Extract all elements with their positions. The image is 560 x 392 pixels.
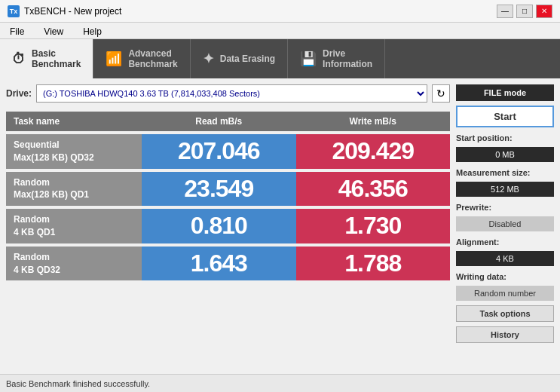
writing-data-label: Writing data: [456, 272, 554, 281]
writing-data-value: Random number [456, 286, 554, 301]
task-cell-1: RandomMax(128 KB) QD1 [6, 172, 142, 207]
measurement-size-value: 512 MB [456, 182, 554, 197]
col-task-name: Task name [6, 112, 142, 131]
write-value-2: 1.730 [344, 212, 401, 239]
drive-label: Drive: [6, 88, 32, 99]
data-erasing-icon: ✦ [203, 51, 214, 67]
left-panel: Drive: (G:) TOSHIBA HDWQ140 3.63 TB (7,8… [6, 84, 450, 368]
menu-bar: File View Help [0, 23, 560, 39]
write-cell-0: 209.429 [296, 134, 451, 169]
write-value-3: 1.788 [344, 250, 401, 277]
task-cell-3: Random4 KB QD32 [6, 247, 142, 281]
tab-advanced-benchmark[interactable]: 📶 AdvancedBenchmark [93, 39, 190, 78]
read-value-2: 0.810 [191, 212, 247, 239]
drive-select[interactable]: (G:) TOSHIBA HDWQ140 3.63 TB (7,814,033,… [36, 84, 427, 103]
col-read: Read mB/s [142, 112, 296, 131]
start-position-label: Start position: [456, 133, 554, 142]
advanced-benchmark-icon: 📶 [106, 51, 122, 67]
main-content: Drive: (G:) TOSHIBA HDWQ140 3.63 TB (7,8… [0, 78, 560, 374]
menu-help[interactable]: Help [76, 24, 109, 37]
basic-benchmark-label: BasicBenchmark [32, 48, 81, 70]
status-message: Basic Benchmark finished successfully. [6, 379, 150, 388]
tab-basic-benchmark[interactable]: ⏱ BasicBenchmark [0, 39, 93, 78]
col-write: Write mB/s [296, 112, 451, 131]
minimize-button[interactable]: — [497, 5, 513, 18]
start-button[interactable]: Start [456, 106, 554, 127]
write-cell-2: 1.730 [296, 209, 451, 243]
read-cell-2: 0.810 [142, 209, 296, 243]
data-erasing-label: Data Erasing [220, 54, 275, 64]
read-cell-3: 1.643 [142, 247, 296, 281]
window-controls: — □ ✕ [497, 5, 552, 18]
read-cell-0: 207.046 [142, 134, 296, 169]
write-value-1: 46.356 [338, 175, 408, 202]
drive-row: Drive: (G:) TOSHIBA HDWQ140 3.63 TB (7,8… [6, 84, 450, 103]
menu-file[interactable]: File [3, 24, 31, 37]
app-icon: Tx [8, 5, 20, 17]
menu-view[interactable]: View [37, 24, 70, 37]
benchmark-table: Task name Read mB/s Write mB/s Sequentia… [6, 109, 450, 283]
advanced-benchmark-label: AdvancedBenchmark [128, 48, 177, 70]
task-cell-0: SequentialMax(128 KB) QD32 [6, 134, 142, 169]
read-value-3: 1.643 [191, 250, 247, 277]
maximize-button[interactable]: □ [516, 5, 533, 18]
tab-bar: ⏱ BasicBenchmark 📶 AdvancedBenchmark ✦ D… [0, 39, 560, 78]
table-header-row: Task name Read mB/s Write mB/s [6, 112, 450, 131]
title-bar: Tx TxBENCH - New project — □ ✕ [0, 0, 560, 23]
table-row: Random4 KB QD1 0.810 1.730 [6, 209, 450, 243]
table-row: RandomMax(128 KB) QD1 23.549 46.356 [6, 172, 450, 207]
write-cell-3: 1.788 [296, 247, 451, 281]
read-cell-1: 23.549 [142, 172, 296, 207]
close-button[interactable]: ✕ [536, 5, 552, 18]
title-bar-left: Tx TxBENCH - New project [8, 5, 121, 17]
drive-info-icon: 💾 [300, 51, 317, 67]
tab-drive-information[interactable]: 💾 DriveInformation [288, 39, 385, 78]
prewrite-label: Prewrite: [456, 203, 554, 212]
drive-refresh-button[interactable]: ↻ [432, 84, 450, 103]
read-value-0: 207.046 [178, 137, 260, 164]
tab-data-erasing[interactable]: ✦ Data Erasing [191, 39, 288, 78]
start-position-value: 0 MB [456, 147, 554, 162]
alignment-value: 4 KB [456, 251, 554, 266]
write-cell-1: 46.356 [296, 172, 451, 207]
app-title: TxBENCH - New project [24, 6, 121, 17]
basic-benchmark-icon: ⏱ [12, 51, 26, 67]
task-cell-2: Random4 KB QD1 [6, 209, 142, 243]
right-panel: FILE mode Start Start position: 0 MB Mea… [456, 84, 554, 368]
history-button[interactable]: History [456, 326, 554, 343]
status-bar: Basic Benchmark finished successfully. [0, 374, 560, 392]
alignment-label: Alignment: [456, 237, 554, 247]
prewrite-value: Disabled [456, 216, 554, 231]
table-row: Random4 KB QD32 1.643 1.788 [6, 247, 450, 281]
read-value-1: 23.549 [184, 175, 253, 202]
drive-information-label: DriveInformation [323, 48, 372, 70]
table-row: SequentialMax(128 KB) QD32 207.046 209.4… [6, 134, 450, 169]
write-value-0: 209.429 [332, 137, 414, 164]
measurement-size-label: Measurement size: [456, 168, 554, 177]
task-options-button[interactable]: Task options [456, 305, 554, 322]
file-mode-button[interactable]: FILE mode [456, 84, 554, 101]
